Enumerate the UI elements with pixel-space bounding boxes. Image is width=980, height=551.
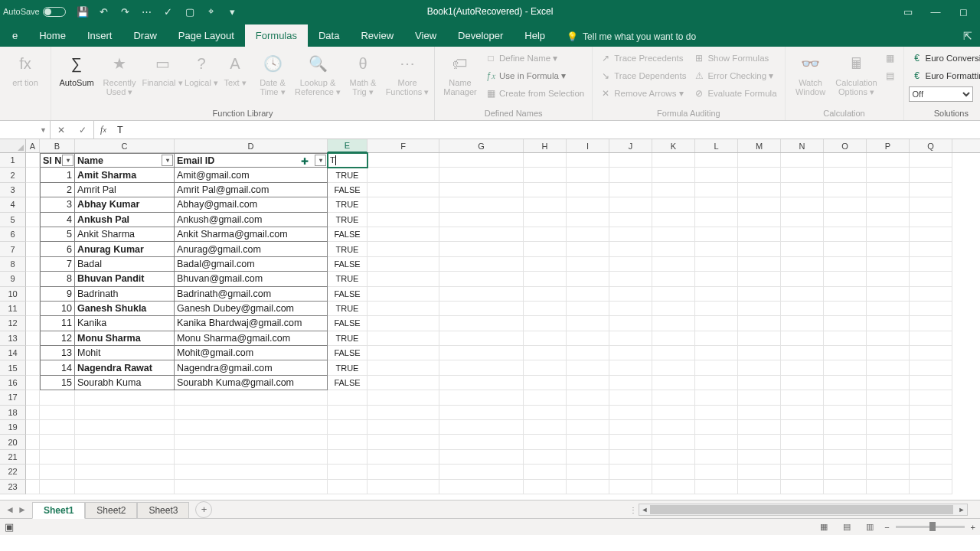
cell[interactable] bbox=[695, 168, 738, 182]
cell[interactable] bbox=[75, 480, 175, 494]
cell[interactable] bbox=[567, 390, 609, 405]
cell[interactable] bbox=[328, 450, 368, 465]
cell[interactable] bbox=[695, 153, 738, 168]
cell[interactable] bbox=[867, 183, 910, 197]
cell[interactable] bbox=[910, 227, 952, 242]
cell[interactable] bbox=[781, 168, 824, 182]
use-in-formula-button[interactable]: ƒ𝑥Use in Formula ▾ bbox=[482, 67, 587, 84]
cell[interactable]: FALSE bbox=[328, 316, 368, 331]
cell[interactable] bbox=[695, 316, 738, 331]
cell[interactable] bbox=[609, 465, 652, 479]
cell[interactable] bbox=[867, 168, 910, 182]
cell[interactable] bbox=[40, 480, 75, 494]
show-formulas-button[interactable]: ⊞Show Formulas bbox=[691, 50, 779, 67]
cell[interactable] bbox=[524, 480, 567, 494]
cell[interactable] bbox=[26, 168, 40, 182]
page-layout-view-icon[interactable]: ▤ bbox=[838, 520, 855, 534]
cell[interactable] bbox=[439, 316, 524, 331]
cell[interactable] bbox=[175, 420, 328, 435]
cell[interactable] bbox=[652, 480, 695, 494]
cell[interactable] bbox=[695, 376, 738, 390]
col-header[interactable]: M bbox=[738, 139, 781, 152]
cell[interactable] bbox=[910, 183, 952, 197]
cell[interactable] bbox=[439, 183, 524, 197]
tab-draw[interactable]: Draw bbox=[122, 24, 167, 47]
cell[interactable]: Anurag Kumar bbox=[75, 242, 175, 256]
cell[interactable] bbox=[26, 183, 40, 197]
share-icon[interactable]: ⇱ bbox=[963, 30, 972, 42]
tab-review[interactable]: Review bbox=[350, 24, 404, 47]
cell[interactable] bbox=[567, 360, 609, 375]
cell[interactable] bbox=[567, 197, 609, 212]
cell[interactable] bbox=[867, 390, 910, 405]
trace-dependents-button[interactable]: ↘Trace Dependents bbox=[597, 67, 689, 84]
cell[interactable] bbox=[609, 480, 652, 494]
tab-page-layout[interactable]: Page Layout bbox=[168, 24, 245, 47]
calculation-options-button[interactable]: 🖩Calculation Options ▾ bbox=[833, 50, 880, 96]
row-header[interactable]: 20 bbox=[0, 435, 26, 449]
cell[interactable] bbox=[867, 242, 910, 256]
cell[interactable] bbox=[781, 406, 824, 420]
cell[interactable]: 14 bbox=[40, 360, 75, 375]
cell[interactable] bbox=[695, 465, 738, 479]
cell[interactable] bbox=[26, 480, 40, 494]
cell[interactable] bbox=[781, 465, 824, 479]
cell[interactable]: Badal@gmail.com bbox=[175, 257, 328, 272]
cell[interactable]: Anurag@gmail.com bbox=[175, 242, 328, 256]
cell[interactable]: 2 bbox=[40, 183, 75, 197]
cell[interactable] bbox=[609, 197, 652, 212]
cell[interactable] bbox=[652, 406, 695, 420]
cell[interactable] bbox=[652, 346, 695, 360]
row-header[interactable]: 21 bbox=[0, 450, 26, 465]
cell[interactable] bbox=[781, 302, 824, 316]
cell[interactable] bbox=[867, 302, 910, 316]
cell[interactable] bbox=[439, 302, 524, 316]
formula-input[interactable]: T bbox=[113, 121, 980, 139]
row-header[interactable]: 1 bbox=[0, 153, 26, 168]
col-header[interactable]: C bbox=[75, 139, 175, 152]
cell[interactable] bbox=[867, 480, 910, 494]
cell[interactable] bbox=[910, 197, 952, 212]
cell[interactable] bbox=[695, 450, 738, 465]
cell[interactable] bbox=[738, 406, 781, 420]
cell[interactable] bbox=[567, 227, 609, 242]
cell[interactable] bbox=[439, 435, 524, 449]
col-header[interactable]: K bbox=[652, 139, 695, 152]
cell[interactable] bbox=[738, 302, 781, 316]
cell[interactable] bbox=[910, 390, 952, 405]
cell[interactable] bbox=[867, 450, 910, 465]
normal-view-icon[interactable]: ▦ bbox=[815, 520, 832, 534]
cell[interactable] bbox=[567, 420, 609, 435]
cell[interactable] bbox=[26, 213, 40, 227]
create-from-selection-button[interactable]: ▦Create from Selection bbox=[482, 85, 587, 102]
cell[interactable] bbox=[524, 227, 567, 242]
cell[interactable] bbox=[738, 465, 781, 479]
cell[interactable] bbox=[652, 153, 695, 168]
cell[interactable] bbox=[824, 331, 867, 346]
cell[interactable] bbox=[824, 435, 867, 449]
autosave-switch-icon[interactable] bbox=[43, 7, 66, 17]
cell[interactable]: 12 bbox=[40, 331, 75, 346]
cell[interactable] bbox=[824, 465, 867, 479]
cell[interactable]: Ankush@gmail.com bbox=[175, 213, 328, 227]
zoom-out-icon[interactable]: − bbox=[884, 523, 889, 532]
cell[interactable] bbox=[439, 465, 524, 479]
cell[interactable] bbox=[524, 242, 567, 256]
cell[interactable] bbox=[439, 213, 524, 227]
cell[interactable] bbox=[738, 183, 781, 197]
scrollbar-thumb[interactable] bbox=[650, 505, 953, 514]
cell[interactable] bbox=[439, 376, 524, 390]
cell[interactable] bbox=[439, 197, 524, 212]
cell[interactable]: Ankit Sharma bbox=[75, 227, 175, 242]
scroll-right-icon[interactable]: ► bbox=[956, 504, 967, 515]
cell[interactable] bbox=[439, 420, 524, 435]
cell[interactable]: 7 bbox=[40, 257, 75, 272]
cell[interactable] bbox=[524, 406, 567, 420]
cell[interactable]: FALSE bbox=[328, 257, 368, 272]
cell[interactable] bbox=[524, 257, 567, 272]
cell[interactable] bbox=[738, 331, 781, 346]
cell[interactable] bbox=[40, 435, 75, 449]
cell[interactable] bbox=[910, 406, 952, 420]
row-header[interactable]: 7 bbox=[0, 242, 26, 256]
cell[interactable]: 9 bbox=[40, 287, 75, 302]
